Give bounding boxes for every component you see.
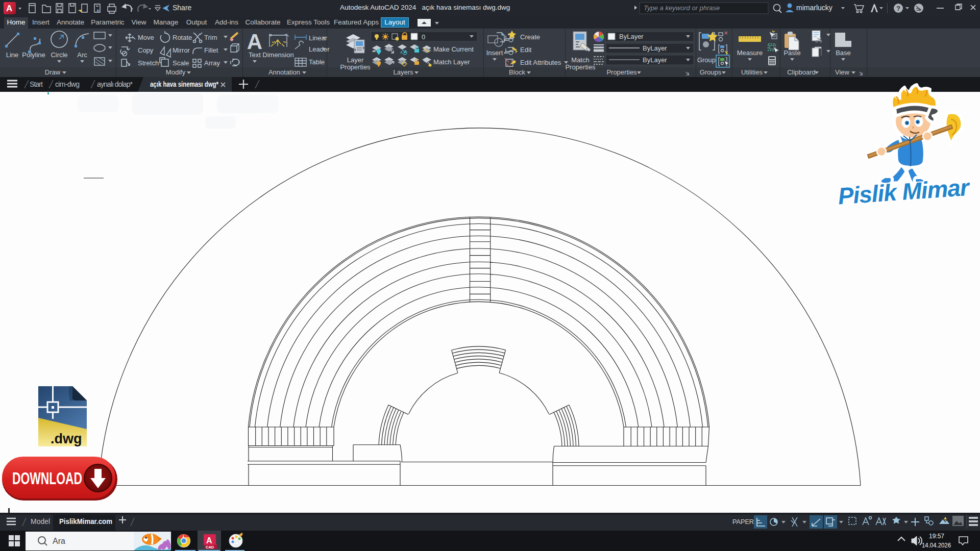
svg-text:CAD: CAD <box>206 545 214 549</box>
svg-text:Layer: Layer <box>347 56 364 64</box>
svg-text:Autodesk AutoCAD 2024 açık h: Autodesk AutoCAD 2024 açık hava sineması… <box>340 4 510 11</box>
svg-text:Insert: Insert <box>486 49 503 57</box>
svg-text:Dimension: Dimension <box>262 51 293 59</box>
svg-text:Move: Move <box>138 34 154 41</box>
svg-text:Paste: Paste <box>783 49 800 57</box>
svg-text:PislikMimar.com: PislikMimar.com <box>59 517 112 525</box>
svg-text:Mirror: Mirror <box>173 46 190 54</box>
svg-text:cim-dwg: cim-dwg <box>55 80 80 88</box>
svg-text:Start: Start <box>30 80 43 88</box>
svg-text:Linear: Linear <box>309 34 328 42</box>
svg-text:mimarlucky: mimarlucky <box>796 4 832 12</box>
svg-text:ByLayer: ByLayer <box>619 33 644 40</box>
svg-text:Edit Attributes: Edit Attributes <box>520 59 561 66</box>
svg-text:Ara: Ara <box>53 537 65 545</box>
svg-text:Fillet: Fillet <box>204 46 218 54</box>
svg-text:Polyline: Polyline <box>22 51 45 59</box>
svg-text:ByLayer: ByLayer <box>643 44 667 52</box>
svg-text:Base: Base <box>836 49 851 57</box>
svg-text:Edit: Edit <box>520 46 532 54</box>
svg-text:Properties: Properties <box>340 63 371 71</box>
svg-text:Share: Share <box>173 4 192 12</box>
svg-text:Array: Array <box>204 59 220 67</box>
svg-text:Arc: Arc <box>77 51 87 59</box>
svg-text:aynalı dolap*: aynalı dolap* <box>97 80 133 88</box>
svg-text:Text: Text <box>249 51 261 59</box>
svg-text:Match: Match <box>571 56 589 64</box>
svg-text:?: ? <box>896 5 900 12</box>
svg-text:Trim: Trim <box>204 34 217 41</box>
svg-text:Model: Model <box>31 517 50 525</box>
svg-text:Table: Table <box>309 58 325 66</box>
svg-text:Type a keyword or phrase: Type a keyword or phrase <box>644 4 720 12</box>
svg-text:Create: Create <box>520 33 540 41</box>
svg-text:Make Current: Make Current <box>433 45 474 53</box>
svg-text:A: A <box>6 4 12 13</box>
svg-text:Match Layer: Match Layer <box>433 58 470 66</box>
svg-text:0: 0 <box>422 33 425 41</box>
svg-text:Draw: Draw <box>45 68 61 76</box>
svg-text:A: A <box>247 30 262 54</box>
svg-text:PAPER: PAPER <box>732 518 754 525</box>
svg-text:.dwg: .dwg <box>51 431 82 446</box>
svg-text:Layers: Layers <box>393 68 413 76</box>
svg-text:Group: Group <box>697 56 716 64</box>
svg-text:Leader: Leader <box>309 45 330 53</box>
svg-text:19:57: 19:57 <box>929 532 944 540</box>
svg-text:Modify: Modify <box>166 68 186 76</box>
svg-text:14.04.2026: 14.04.2026 <box>922 541 951 549</box>
svg-text:A: A <box>206 536 212 545</box>
svg-text:Copy: Copy <box>138 46 154 54</box>
svg-text:Annotation: Annotation <box>268 68 300 76</box>
svg-text:Circle: Circle <box>51 51 67 59</box>
svg-text:Scale: Scale <box>173 59 189 67</box>
svg-text:Line: Line <box>6 51 19 59</box>
svg-text:ByLayer: ByLayer <box>643 56 667 64</box>
svg-text:DOWNLOAD: DOWNLOAD <box>12 469 82 488</box>
svg-text:Stretch: Stretch <box>138 59 159 67</box>
svg-text:Measure: Measure <box>737 49 763 57</box>
svg-text:açık hava sineması dwg*: açık hava sineması dwg* <box>150 80 218 88</box>
svg-text:Rotate: Rotate <box>173 34 192 41</box>
svg-text:Properties: Properties <box>565 63 596 71</box>
